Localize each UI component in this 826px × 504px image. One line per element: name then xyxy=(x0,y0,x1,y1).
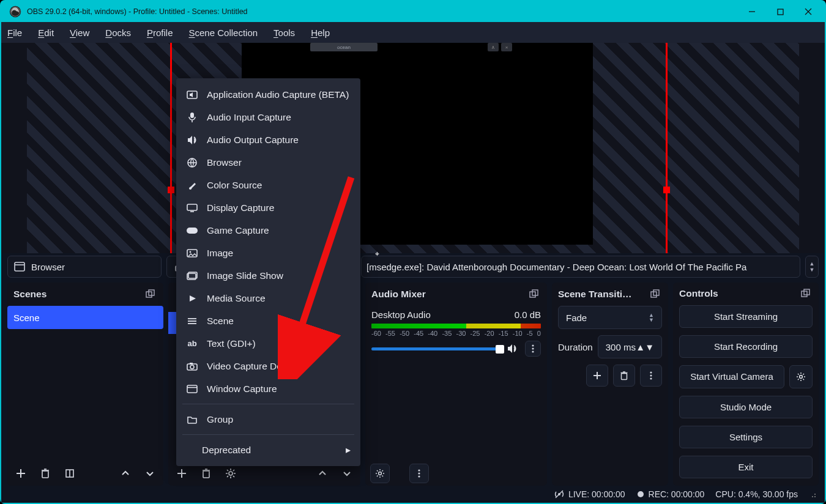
scenes-title: Scenes xyxy=(13,289,47,300)
record-icon xyxy=(636,490,645,498)
transition-select[interactable]: Fade ▲▼ xyxy=(558,306,662,329)
text-icon: ab xyxy=(186,339,198,348)
scene-item[interactable]: Scene xyxy=(7,306,163,329)
svg-point-32 xyxy=(418,475,420,477)
speaker-icon[interactable] xyxy=(507,343,519,354)
transition-add-button[interactable] xyxy=(586,365,608,387)
scene-down-button[interactable] xyxy=(141,465,158,482)
menu-scene-collection[interactable]: Scene Collection xyxy=(187,25,261,40)
menu-view[interactable]: View xyxy=(67,25,92,40)
add-source-context-menu: Application Audio Capture (BETA) Audio I… xyxy=(176,78,360,466)
ctx-window-capture[interactable]: Window Capture xyxy=(176,377,360,400)
remove-source-button[interactable] xyxy=(198,465,215,482)
volume-slider[interactable] xyxy=(371,347,500,350)
ctx-browser[interactable]: Browser xyxy=(176,151,360,174)
window-select-dropdown[interactable]: [msedge.exe]: David Attenborough Documen… xyxy=(361,256,800,278)
add-source-button[interactable] xyxy=(173,465,190,482)
source-up-button[interactable] xyxy=(314,465,331,482)
source-browser-chip[interactable]: Browser xyxy=(7,256,162,278)
svg-point-30 xyxy=(418,469,420,471)
preview-area[interactable]: ocean ∧ × ⌖ xyxy=(1,43,825,253)
undock-icon[interactable] xyxy=(527,287,541,301)
status-rec: REC: 00:00:00 xyxy=(636,489,705,499)
ctx-color-source[interactable]: Color Source xyxy=(176,174,360,196)
menu-file[interactable]: File xyxy=(5,25,24,40)
image-icon xyxy=(186,249,198,258)
minimize-button[interactable] xyxy=(738,1,766,22)
svg-point-29 xyxy=(379,472,382,475)
undock-icon[interactable] xyxy=(649,287,662,301)
ctx-group[interactable]: Group xyxy=(176,408,360,431)
start-streaming-button[interactable]: Start Streaming xyxy=(679,305,813,328)
svg-point-23 xyxy=(229,472,233,475)
svg-rect-68 xyxy=(187,385,197,393)
microphone-icon xyxy=(186,112,198,123)
chevron-right-icon: ▸ xyxy=(346,445,351,456)
scene-up-button[interactable] xyxy=(117,465,134,482)
settings-button[interactable]: Settings xyxy=(679,426,813,448)
window-select-stepper[interactable]: ▲▼ xyxy=(805,256,819,278)
add-scene-button[interactable] xyxy=(12,465,29,482)
svg-point-59 xyxy=(190,251,192,253)
studio-mode-button[interactable]: Studio Mode xyxy=(679,396,813,418)
mixer-advanced-button[interactable] xyxy=(370,464,390,483)
duration-input[interactable]: 300 ms ▲▼ xyxy=(598,335,662,358)
window-select-value: [msedge.exe]: David Attenborough Documen… xyxy=(366,262,746,272)
broadcast-off-icon xyxy=(554,489,565,500)
start-recording-button[interactable]: Start Recording xyxy=(679,335,813,358)
controls-title: Controls xyxy=(679,288,718,299)
ctx-image-slide-show[interactable]: Image Slide Show xyxy=(176,264,360,287)
ctx-video-capture-device[interactable]: Video Capture Device xyxy=(176,355,360,377)
svg-point-45 xyxy=(800,376,803,379)
menu-tools[interactable]: Tools xyxy=(271,25,297,40)
menu-docks[interactable]: Docks xyxy=(103,25,133,40)
window-icon xyxy=(186,385,198,393)
exit-button[interactable]: Exit xyxy=(679,456,813,478)
crop-handle-left[interactable] xyxy=(168,187,174,193)
ctx-game-capture[interactable]: Game Capture xyxy=(176,219,360,242)
ctx-image[interactable]: Image xyxy=(176,242,360,264)
scenes-dock: Scenes Scene xyxy=(7,283,163,486)
menu-profile[interactable]: Profile xyxy=(144,25,176,40)
svg-point-42 xyxy=(650,377,652,379)
ctx-scene[interactable]: Scene xyxy=(176,309,360,332)
ctx-media-source[interactable]: Media Source xyxy=(176,287,360,309)
scene-filter-button[interactable] xyxy=(61,465,78,482)
browser-tab-close-icon: × xyxy=(501,43,512,51)
ctx-text-gdi[interactable]: abText (GDI+) xyxy=(176,332,360,355)
camera-icon xyxy=(186,362,198,371)
transition-properties-button[interactable] xyxy=(640,365,662,387)
app-audio-icon xyxy=(186,90,198,100)
crop-handle-right[interactable] xyxy=(663,187,670,193)
resize-grip-icon[interactable] xyxy=(809,491,816,498)
ctx-audio-input-capture[interactable]: Audio Input Capture xyxy=(176,106,360,128)
play-icon xyxy=(186,294,198,303)
remove-scene-button[interactable] xyxy=(37,465,54,482)
source-down-button[interactable] xyxy=(338,465,355,482)
transitions-title: Scene Transiti… xyxy=(558,289,632,300)
svg-point-48 xyxy=(638,491,644,497)
ctx-deprecated[interactable]: Deprecated▸ xyxy=(176,439,360,461)
ctx-audio-output-capture[interactable]: Audio Output Capture xyxy=(176,128,360,151)
virtual-camera-settings-button[interactable] xyxy=(789,365,813,388)
channel-options-button[interactable] xyxy=(525,341,541,357)
start-virtual-camera-button[interactable]: Start Virtual Camera xyxy=(679,365,784,388)
close-button[interactable] xyxy=(794,1,822,22)
undock-icon[interactable] xyxy=(799,287,813,300)
maximize-button[interactable] xyxy=(766,1,794,22)
browser-tab-prev-icon: ∧ xyxy=(488,43,499,51)
window-icon xyxy=(14,262,25,272)
ctx-app-audio-capture[interactable]: Application Audio Capture (BETA) xyxy=(176,83,360,106)
menu-help[interactable]: Help xyxy=(308,25,332,40)
undock-icon[interactable] xyxy=(144,287,157,301)
ctx-display-capture[interactable]: Display Capture xyxy=(176,196,360,219)
gamepad-icon xyxy=(186,227,198,234)
crop-guide-left xyxy=(170,43,172,253)
menu-edit[interactable]: Edit xyxy=(35,25,56,40)
svg-rect-67 xyxy=(190,363,193,365)
source-properties-button[interactable] xyxy=(222,465,239,482)
transition-remove-button[interactable] xyxy=(613,365,635,387)
mixer-menu-button[interactable] xyxy=(409,464,429,483)
status-live: LIVE: 00:00:00 xyxy=(554,489,625,500)
mixer-channel-name: Desktop Audio xyxy=(371,309,431,320)
